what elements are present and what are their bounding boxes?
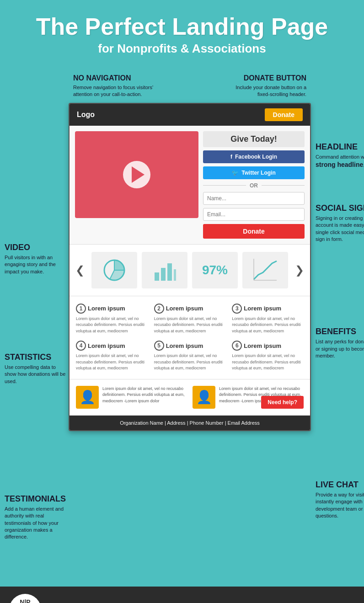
testimonials-section: 👤 Lorem ipsum dolor sit amet, vel no rec… [70,379,310,416]
benefits-grid: 1 Lorem ipsum Lorem ipsum dolor sit amet… [76,304,304,372]
carousel-left-arrow[interactable]: ❮ [73,264,87,277]
benefits-right-text: List any perks for donating or signing u… [316,338,364,359]
right-annotations: HEADLINE Command attention with a strong… [311,74,364,568]
pie-chart-icon [101,256,128,284]
page-subtitle: for Nonprofits & Associations [9,42,355,56]
top-annotations-row: NO NAVIGATION Remove navigation to focus… [69,74,311,98]
benefit-title-1: Lorem ipsum [88,305,125,312]
benefit-body-2: Lorem ipsum dolor sit amet, vel no recus… [154,316,226,335]
page-header: The Perfect Landing Page for Nonprofits … [0,0,364,65]
facebook-login-label: Facebook Login [235,154,277,160]
stats-carousel: ❮ [70,244,310,296]
testimonial-1: 👤 Lorem ipsum dolor sit amet, vel no rec… [76,386,187,409]
center-column: NO NAVIGATION Remove navigation to focus… [69,74,311,568]
play-icon [132,166,145,183]
svg-rect-6 [167,263,172,281]
benefit-body-3: Lorem ipsum dolor sit amet, vel no recus… [232,316,304,335]
facebook-login-button[interactable]: f Facebook Login [203,150,305,163]
pie-chart-card [91,252,137,288]
donation-form: Give Today! f Facebook Login 🐦 Twitter L… [203,131,305,239]
bar-chart-card [142,252,187,288]
benefit-num-3: 3 [232,304,242,314]
donate-btn-title: DONATE BUTTON [224,74,306,82]
testimonials-annotation: TESTIMONIALS Add a human element and aut… [5,495,69,541]
person-icon-2: 👤 [196,390,212,405]
benefits-right-annotation: BENEFITS List any perks for donating or … [316,327,364,359]
video-annotation: VIDEO Pull visitors in with an engaging … [5,243,69,275]
mockup-logo: Logo [77,111,95,119]
headline-annotation: HEADLINE Command attention with a strong… [316,143,364,170]
content-area: VIDEO Pull visitors in with an engaging … [0,65,364,577]
benefit-body-5: Lorem ipsum dolor sit amet, vel no recus… [154,353,226,372]
headline-title: HEADLINE [316,143,364,152]
name-input[interactable] [203,192,305,205]
benefit-item-4: 4 Lorem ipsum Lorem ipsum dolor sit amet… [76,341,148,372]
benefit-num-5: 5 [154,341,164,351]
video-title: VIDEO [5,243,69,252]
no-nav-text: Remove navigation to focus visitors' att… [73,84,155,98]
benefit-item-3: 3 Lorem ipsum Lorem ipsum dolor sit amet… [232,304,304,335]
avatar-2: 👤 [193,386,215,409]
page-footer: N|P >>> Source © Nonprofits Source | Bet… [0,587,364,603]
testimonial-text-1: Lorem ipsum dolor sit amet, vel no recus… [102,386,187,405]
email-input[interactable] [203,208,305,221]
mockup-footer: Organization Name | Address | Phone Numb… [70,416,310,430]
benefit-item-6: 6 Lorem ipsum Lorem ipsum dolor sit amet… [232,341,304,372]
benefits-section: 1 Lorem ipsum Lorem ipsum dolor sit amet… [70,296,310,379]
benefit-body-6: Lorem ipsum dolor sit amet, vel no recus… [232,353,304,372]
video-text: Pull visitors in with an engaging story … [5,254,69,275]
benefit-item-1: 1 Lorem ipsum Lorem ipsum dolor sit amet… [76,304,148,335]
hero-section: Give Today! f Facebook Login 🐦 Twitter L… [70,126,310,244]
no-navigation-annotation: NO NAVIGATION Remove navigation to focus… [73,74,155,98]
statistics-title: STATISTICS [5,353,69,362]
facebook-icon: f [230,154,232,160]
svg-rect-7 [174,269,176,281]
benefit-num-6: 6 [232,341,242,351]
twitter-login-button[interactable]: 🐦 Twitter Login [203,166,305,179]
no-nav-title: NO NAVIGATION [73,74,155,82]
person-icon-1: 👤 [80,390,96,405]
benefit-item-5: 5 Lorem ipsum Lorem ipsum dolor sit amet… [154,341,226,372]
play-button[interactable] [123,161,150,188]
carousel-right-arrow[interactable]: ❯ [293,264,306,277]
benefit-num-4: 4 [76,341,86,351]
svg-rect-5 [161,268,166,281]
form-donate-button[interactable]: Donate [203,224,305,239]
line-chart-icon [252,256,279,284]
benefit-title-2: Lorem ipsum [166,305,203,312]
donate-btn-text: Include your donate button on a fixed-sc… [224,84,306,98]
np-source-logo: N|P >>> Source [9,594,41,603]
video-placeholder [75,131,198,218]
social-signin-title: SOCIAL SIGN IN [316,204,364,213]
twitter-login-label: Twitter Login [241,170,275,176]
benefit-body-1: Lorem ipsum dolor sit amet, vel no recus… [76,316,148,335]
benefit-num-1: 1 [76,304,86,314]
bar-chart-icon [151,256,178,284]
benefit-body-4: Lorem ipsum dolor sit amet, vel no recus… [76,353,148,372]
avatar-1: 👤 [76,386,99,409]
benefit-item-2: 2 Lorem ipsum Lorem ipsum dolor sit amet… [154,304,226,335]
percentage-card: 97% [192,252,238,288]
benefit-title-5: Lorem ipsum [166,342,203,349]
website-mockup: Logo Donate Give Today! f Facebook Login [69,103,311,431]
benefit-title-3: Lorem ipsum [244,305,281,312]
social-signin-text: Signing in or creating an account is mad… [316,215,364,243]
benefits-right-title: BENEFITS [316,327,364,336]
give-today-title: Give Today! [203,131,305,147]
benefit-title-6: Lorem ipsum [244,342,281,349]
benefit-num-2: 2 [154,304,164,314]
testimonials-title: TESTIMONIALS [5,495,69,504]
donate-button-annotation: DONATE BUTTON Include your donate button… [224,74,306,98]
strong-headline-span: strong headline [316,161,363,168]
live-chat-title: LIVE CHAT [316,480,364,490]
line-chart-card [242,252,288,288]
social-sign-in-annotation: SOCIAL SIGN IN Signing in or creating an… [316,204,364,243]
stat-percentage: 97% [202,263,228,277]
svg-rect-4 [155,272,159,281]
header-donate-button[interactable]: Donate [265,108,303,121]
testimonials-text: Add a human element and authority with r… [5,506,69,541]
live-chat-text: Provide a way for visitors to instantly … [316,491,364,520]
or-divider: OR [203,182,305,189]
left-annotations: VIDEO Pull visitors in with an engaging … [5,74,69,568]
need-help-button[interactable]: Need help? [261,396,304,409]
